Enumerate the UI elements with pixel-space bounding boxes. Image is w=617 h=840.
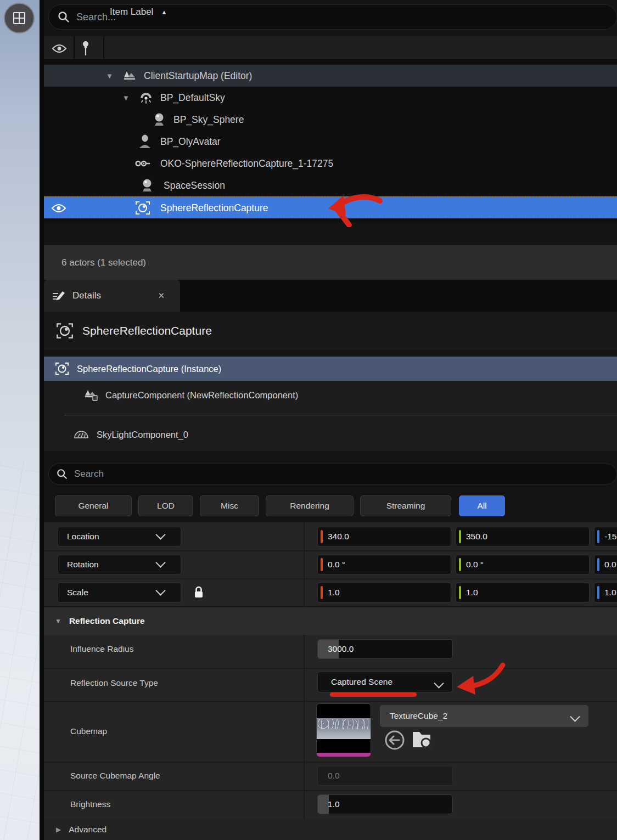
component-row-instance[interactable]: SphereReflectionCapture (Instance): [44, 357, 617, 381]
item-label-column-header[interactable]: Item Label ▲: [110, 0, 167, 24]
filter-tab-misc[interactable]: Misc: [200, 495, 259, 516]
component-tree: SphereReflectionCapture (Instance) Captu…: [44, 356, 617, 451]
x-axis-bar: [321, 558, 323, 571]
tab-details[interactable]: Details ✕: [44, 280, 180, 312]
component-row-skylightcomponent[interactable]: SkyLightComponent_0: [44, 422, 617, 447]
chevron-down-icon: [434, 678, 444, 688]
brightness-label: Brightness: [70, 790, 110, 819]
chevron-down-icon: [155, 557, 165, 567]
details-search-placeholder: Search: [74, 469, 104, 480]
tree-row-clientstartupmap[interactable]: ▼ ClientStartupMap (Editor): [44, 65, 617, 87]
unreal-editor-panels: Search... Item Label ▲ ▼ ClientStartupMa…: [0, 0, 617, 840]
brightness-input[interactable]: 1.0: [317, 794, 453, 814]
search-icon: [58, 11, 70, 23]
tree-row-bp-defaultsky[interactable]: ▼ BP_DefaultSky: [44, 87, 617, 109]
reflection-source-type-dropdown[interactable]: Captured Scene: [317, 672, 453, 692]
sphere-actor-icon: [152, 112, 167, 127]
details-object-header: SphereReflectionCapture: [44, 312, 617, 350]
component-row-capturecomponent[interactable]: CaptureComponent (NewReflectionComponent…: [44, 383, 617, 407]
chevron-expanded-icon[interactable]: ▼: [122, 87, 130, 109]
x-axis-bar: [321, 586, 323, 599]
y-axis-bar: [459, 530, 461, 543]
filter-tab-streaming[interactable]: Streaming: [360, 495, 451, 516]
chevron-collapsed-icon: ▶: [56, 826, 61, 833]
cubemap-thumbnail[interactable]: [316, 703, 371, 757]
rotation-y-field[interactable]: 0.0 °: [456, 555, 590, 574]
sort-ascending-icon: ▲: [161, 9, 167, 15]
tree-row-bp-olyavatar[interactable]: BP_OlyAvatar: [44, 131, 617, 153]
cubemap-asset-dropdown[interactable]: TextureCube_2: [380, 705, 588, 727]
avatar-actor-icon: [137, 134, 153, 149]
close-icon[interactable]: ✕: [158, 291, 165, 301]
filter-tab-general[interactable]: General: [55, 495, 132, 516]
reflection-source-type-label: Reflection Source Type: [70, 669, 158, 697]
location-y-field[interactable]: 350.0: [456, 527, 590, 546]
y-axis-bar: [459, 558, 461, 571]
scale-z-field[interactable]: 1.0: [594, 583, 617, 602]
outliner-header-row: [44, 36, 617, 60]
influence-radius-label: Influence Radius: [70, 635, 133, 663]
skylight-component-icon: [74, 429, 89, 440]
chevron-down-icon: [155, 529, 165, 539]
sky-actor-icon: [138, 90, 154, 105]
scale-combo-button[interactable]: Scale: [58, 583, 181, 602]
z-axis-bar: [597, 530, 599, 543]
influence-radius-input[interactable]: 3000.0: [317, 639, 453, 659]
details-search-input[interactable]: Search: [48, 464, 617, 484]
filter-tab-lod[interactable]: LOD: [138, 495, 193, 516]
tree-row-bp-sky-sphere[interactable]: BP_Sky_Sphere: [44, 109, 617, 131]
z-axis-bar: [597, 586, 599, 599]
chevron-down-icon: [570, 712, 580, 721]
section-reflection-capture[interactable]: ▼ Reflection Capture: [44, 607, 617, 635]
annotation-arrow-selected-actor: [325, 192, 384, 227]
slider-fill: [318, 795, 329, 814]
outliner-status-bar: 6 actors (1 selected): [44, 245, 617, 280]
viewport-floor-grid: [0, 462, 40, 840]
annotation-arrow-source-type: [453, 661, 506, 699]
location-z-field[interactable]: -15: [594, 527, 617, 546]
sphere-actor-icon: [139, 178, 155, 193]
reflection-capture-icon: [56, 322, 74, 340]
annotation-underline-captured-scene: [330, 692, 417, 697]
filter-tab-rendering[interactable]: Rendering: [266, 495, 354, 516]
eye-icon[interactable]: [51, 197, 66, 219]
level-viewport-strip: [0, 0, 40, 840]
lock-icon[interactable]: [193, 586, 204, 599]
pin-column-pin-icon[interactable]: [81, 36, 90, 60]
tree-row-oko-spherereflectioncapture[interactable]: OKO-SphereReflectionCapture_1-17275: [44, 153, 617, 174]
reflection-capture-icon: [55, 362, 69, 376]
grid-icon: [12, 11, 26, 25]
panel-edge-divider[interactable]: [40, 0, 44, 840]
right-dock-panel: Search... Item Label ▲ ▼ ClientStartupMa…: [44, 0, 617, 840]
visibility-column-eye-icon[interactable]: [52, 36, 67, 60]
search-icon: [57, 469, 68, 480]
location-combo-button[interactable]: Location: [58, 527, 181, 546]
details-pencil-icon: [52, 289, 66, 302]
use-selected-asset-button[interactable]: [384, 730, 405, 751]
source-cubemap-angle-label: Source Cubemap Angle: [70, 762, 160, 790]
capture-component-icon: [83, 389, 98, 401]
rotation-z-field[interactable]: 0.0: [594, 555, 617, 574]
section-advanced[interactable]: ▶ Advanced: [44, 819, 617, 840]
chevron-expanded-icon[interactable]: ▼: [106, 65, 113, 87]
reflection-capture-icon: [135, 200, 150, 216]
rotation-combo-button[interactable]: Rotation: [58, 555, 181, 574]
filter-tab-all[interactable]: All: [459, 495, 505, 516]
actor-count-text: 6 actors (1 selected): [61, 257, 146, 268]
cubemap-label: Cubemap: [70, 717, 107, 746]
column-splitter[interactable]: [304, 522, 305, 606]
browse-to-asset-button[interactable]: [411, 729, 435, 751]
z-axis-bar: [597, 558, 599, 571]
scale-y-field[interactable]: 1.0: [456, 583, 590, 602]
location-x-field[interactable]: 340.0: [317, 527, 451, 546]
details-object-title: SphereReflectionCapture: [82, 324, 212, 337]
rotation-x-field[interactable]: 0.0 °: [317, 555, 451, 574]
chevron-expanded-icon: ▼: [55, 617, 61, 625]
scale-x-field[interactable]: 1.0: [317, 583, 451, 602]
chevron-down-icon: [155, 585, 165, 595]
component-divider: [65, 415, 617, 415]
layout-grid-button[interactable]: [4, 3, 35, 33]
x-axis-bar: [321, 530, 323, 543]
link-actor-icon: [135, 156, 150, 171]
column-splitter[interactable]: [304, 635, 305, 840]
